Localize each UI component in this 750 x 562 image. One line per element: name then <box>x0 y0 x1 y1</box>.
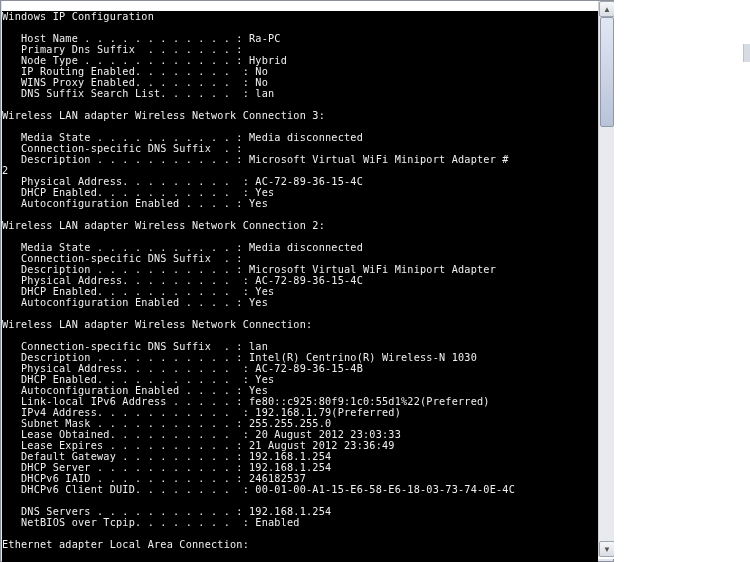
console-frame: Windows IP Configuration Host Name . . .… <box>2 1 614 559</box>
console-output: Windows IP Configuration Host Name . . .… <box>2 11 598 562</box>
window-frame: Windows IP Configuration Host Name . . .… <box>0 0 614 562</box>
chevron-up-icon: ▲ <box>603 5 611 14</box>
scroll-up-button[interactable]: ▲ <box>599 1 615 17</box>
chevron-down-icon: ▼ <box>603 545 611 554</box>
vertical-scrollbar[interactable]: ▲ ▼ <box>598 1 614 557</box>
scrollbar-thumb[interactable] <box>600 17 614 127</box>
scrollbar-track[interactable] <box>599 17 615 541</box>
host-scroll-indicator <box>743 44 750 62</box>
scroll-down-button[interactable]: ▼ <box>599 541 615 557</box>
host-page-area <box>614 0 750 562</box>
